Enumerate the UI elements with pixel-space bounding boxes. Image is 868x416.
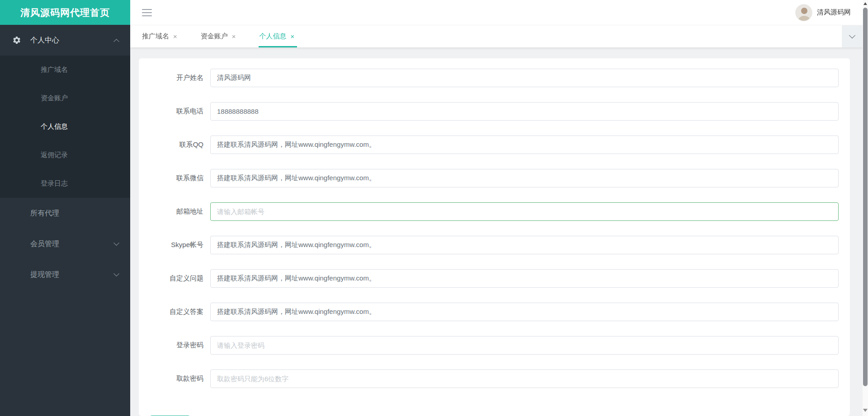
sidebar-item-rebate-records[interactable]: 返佣记录	[0, 141, 130, 169]
skype-label: Skype帐号	[150, 241, 203, 249]
close-icon[interactable]: ×	[232, 33, 236, 40]
email-label: 邮箱地址	[150, 207, 203, 216]
login-password-field[interactable]	[210, 336, 839, 355]
close-icon[interactable]: ×	[291, 33, 295, 40]
sidebar-item-label: 所有代理	[30, 209, 59, 218]
sidebar-item-withdrawal-management[interactable]: 提现管理	[0, 259, 130, 290]
form-row: 邮箱地址	[150, 202, 839, 221]
sidebar-item-member-management[interactable]: 会员管理	[0, 229, 130, 259]
form-row: Skype帐号	[150, 236, 839, 254]
tab-label: 个人信息	[259, 32, 287, 41]
form-row: 自定义问题	[150, 269, 839, 288]
tab-personal-info[interactable]: 个人信息 ×	[248, 25, 307, 47]
custom-answer-label: 自定义答案	[150, 308, 203, 316]
top-header: 清风源码网	[130, 0, 863, 25]
tab-label: 推广域名	[142, 32, 169, 41]
username-label: 清风源码网	[817, 8, 851, 17]
contact-qq-label: 联系QQ	[150, 140, 203, 149]
form-row: 联系QQ	[150, 136, 839, 154]
form-row: 自定义答案	[150, 303, 839, 321]
sidebar-item-label: 个人中心	[30, 36, 59, 45]
withdraw-password-field[interactable]	[210, 369, 839, 388]
sidebar-item-personal-center[interactable]: 个人中心	[0, 25, 130, 56]
app-logo[interactable]: 清风源码网代理首页	[0, 0, 130, 25]
email-field[interactable]	[210, 202, 839, 221]
avatar	[795, 4, 812, 21]
contact-wechat-label: 联系微信	[150, 174, 203, 182]
form-row: 开户姓名	[150, 69, 839, 87]
sidebar-item-promo-domain[interactable]: 推广域名	[0, 56, 130, 84]
contact-phone-label: 联系电话	[150, 107, 203, 116]
sidebar-submenu-personal-center: 推广域名 资金账户 个人信息 返佣记录 登录日志	[0, 56, 130, 198]
main-content: 开户姓名 联系电话 联系QQ 联系微信 邮箱地址 Skype帐号 自定义问题	[130, 47, 863, 416]
form-row: 联系电话	[150, 102, 839, 121]
tab-bar: 推广域名 × 资金账户 × 个人信息 ×	[130, 25, 863, 47]
sidebar-item-label: 会员管理	[30, 239, 59, 249]
hamburger-menu-icon[interactable]	[142, 9, 152, 16]
tab-label: 资金账户	[201, 32, 228, 41]
contact-qq-field[interactable]	[210, 136, 839, 154]
sidebar-item-personal-info[interactable]: 个人信息	[0, 112, 130, 141]
tab-fund-account[interactable]: 资金账户 ×	[189, 25, 248, 47]
sidebar-item-login-logs[interactable]: 登录日志	[0, 169, 130, 198]
contact-wechat-field[interactable]	[210, 169, 839, 187]
personal-info-form-card: 开户姓名 联系电话 联系QQ 联系微信 邮箱地址 Skype帐号 自定义问题	[139, 58, 850, 416]
gear-icon	[12, 36, 21, 45]
custom-question-label: 自定义问题	[150, 274, 203, 283]
chevron-up-icon	[113, 38, 119, 44]
account-name-field[interactable]	[210, 69, 839, 87]
tab-promo-domain[interactable]: 推广域名 ×	[130, 25, 189, 47]
sidebar-nav: 个人中心 推广域名 资金账户 个人信息 返佣记录 登录日志 所有代理 会员管理 …	[0, 25, 130, 290]
user-menu[interactable]: 清风源码网	[795, 4, 851, 21]
chevron-down-icon	[113, 240, 119, 246]
custom-question-field[interactable]	[210, 269, 839, 288]
contact-phone-field[interactable]	[210, 102, 839, 121]
close-icon[interactable]: ×	[173, 33, 177, 40]
form-row: 联系微信	[150, 169, 839, 187]
skype-field[interactable]	[210, 236, 839, 254]
tab-options-dropdown-button[interactable]	[842, 25, 863, 47]
account-name-label: 开户姓名	[150, 74, 203, 82]
scrollbar-thumb[interactable]	[863, 8, 868, 386]
chevron-down-icon	[849, 32, 855, 38]
withdraw-password-label: 取款密码	[150, 374, 203, 383]
sidebar-item-all-agents[interactable]: 所有代理	[0, 198, 130, 229]
form-row: 登录密码	[150, 336, 839, 355]
scroll-down-arrow-icon[interactable]	[863, 409, 868, 414]
custom-answer-field[interactable]	[210, 303, 839, 321]
login-password-label: 登录密码	[150, 341, 203, 350]
sidebar: 清风源码网代理首页 个人中心 推广域名 资金账户 个人信息 返佣记录 登录日志 …	[0, 0, 130, 416]
chevron-down-icon	[113, 271, 119, 276]
sidebar-item-fund-account[interactable]: 资金账户	[0, 84, 130, 112]
window-scrollbar[interactable]	[863, 0, 868, 416]
scroll-up-arrow-icon[interactable]	[863, 0, 867, 5]
sidebar-item-label: 提现管理	[30, 270, 59, 280]
form-row: 取款密码	[150, 369, 839, 388]
